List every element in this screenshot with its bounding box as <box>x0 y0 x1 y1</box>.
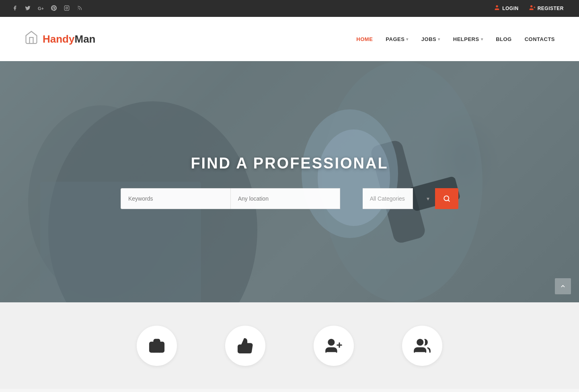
logo[interactable]: HandyMan <box>24 30 95 48</box>
login-icon <box>494 4 500 12</box>
svg-point-20 <box>329 339 334 345</box>
briefcase-icon <box>148 337 165 354</box>
svg-rect-0 <box>64 6 69 10</box>
search-bar: All Categories Cleaning Plumbing Electri… <box>121 188 458 209</box>
nav-blog[interactable]: BLOG <box>496 36 512 42</box>
main-nav: HOME PAGES ▾ JOBS ▾ HELPERS ▾ BLOG CONTA… <box>356 36 555 42</box>
login-button[interactable]: LOGIN <box>491 3 522 14</box>
category-select[interactable]: All Categories Cleaning Plumbing Electri… <box>363 188 413 209</box>
search-button[interactable] <box>435 188 458 209</box>
instagram-icon[interactable] <box>64 5 70 12</box>
pages-chevron: ▾ <box>406 37 409 41</box>
icon-quality <box>225 326 265 366</box>
category-select-wrapper: All Categories Cleaning Plumbing Electri… <box>340 188 435 209</box>
twitter-icon[interactable] <box>25 5 31 12</box>
logo-text: HandyMan <box>43 33 95 45</box>
auth-buttons: LOGIN REGISTER <box>491 3 567 14</box>
nav-jobs[interactable]: JOBS ▾ <box>421 36 440 42</box>
helpers-chevron: ▾ <box>481 37 483 41</box>
topbar: G+ LOGIN REGISTER <box>0 0 579 17</box>
hero-content: FIND A PROFESSIONAL All Categories Clean… <box>109 155 470 209</box>
thumbs-up-icon <box>237 337 254 354</box>
svg-point-2 <box>68 6 68 7</box>
register-button[interactable]: REGISTER <box>526 3 567 14</box>
nav-pages[interactable]: PAGES ▾ <box>386 36 409 42</box>
svg-point-5 <box>530 5 532 7</box>
keywords-input[interactable] <box>121 188 231 209</box>
jobs-icon-circle <box>137 326 177 366</box>
team-icon-circle <box>402 326 442 366</box>
home-icon <box>24 30 39 48</box>
svg-point-4 <box>496 5 498 7</box>
register-icon-circle <box>314 326 354 366</box>
pinterest-icon[interactable] <box>51 5 57 12</box>
hero-section: FIND A PROFESSIONAL All Categories Clean… <box>0 61 579 302</box>
quality-icon-circle <box>225 326 265 366</box>
group-icon <box>414 337 431 354</box>
scroll-top-button[interactable] <box>555 278 571 294</box>
svg-point-1 <box>66 7 68 9</box>
svg-point-3 <box>78 9 78 10</box>
rss-icon[interactable] <box>77 5 82 12</box>
social-links: G+ <box>12 5 82 12</box>
icon-jobs <box>137 326 177 366</box>
nav-home[interactable]: HOME <box>356 36 373 42</box>
icon-register <box>314 326 354 366</box>
nav-helpers[interactable]: HELPERS ▾ <box>453 36 483 42</box>
add-user-icon <box>325 337 342 354</box>
google-plus-icon[interactable]: G+ <box>38 6 44 11</box>
nav-contacts[interactable]: CONTACTS <box>525 36 555 42</box>
location-input[interactable] <box>231 188 341 209</box>
header: HandyMan HOME PAGES ▾ JOBS ▾ HELPERS ▾ B… <box>0 17 579 61</box>
register-icon <box>529 4 536 12</box>
svg-point-23 <box>417 339 423 345</box>
icons-section <box>0 302 579 389</box>
search-icon <box>443 195 450 202</box>
hero-title: FIND A PROFESSIONAL <box>121 155 458 172</box>
icon-team <box>402 326 442 366</box>
facebook-icon[interactable] <box>12 5 18 12</box>
svg-line-18 <box>448 200 450 201</box>
jobs-chevron: ▾ <box>438 37 440 41</box>
